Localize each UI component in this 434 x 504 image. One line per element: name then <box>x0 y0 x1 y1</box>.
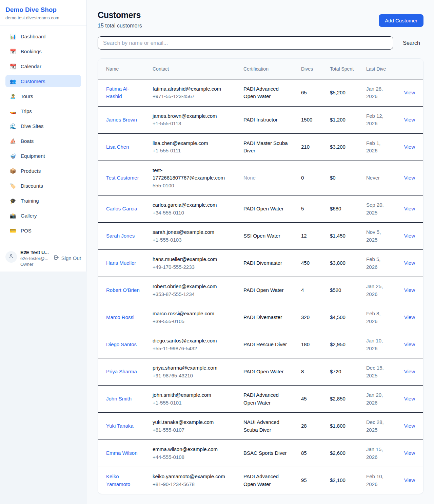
sidebar: Demo Dive Shop demo.test.divestreams.com… <box>0 0 87 272</box>
customer-name-link[interactable]: Test Customer <box>106 174 139 182</box>
customer-email: marco.rossi@example.com <box>153 310 233 318</box>
boats-icon: ⛵ <box>9 138 16 144</box>
view-link[interactable]: View <box>404 287 415 293</box>
customer-certification: PADI Open Water <box>238 195 296 223</box>
view-link[interactable]: View <box>404 117 415 123</box>
customer-total-spent: $1,200 <box>324 106 361 133</box>
customer-dives: 5 <box>296 195 324 223</box>
customer-name-link[interactable]: Lisa Chen <box>106 143 129 151</box>
customer-name-link[interactable]: John Smith <box>106 395 132 403</box>
view-link[interactable]: View <box>404 233 415 239</box>
logout-icon <box>53 255 59 261</box>
column-header: Certification <box>238 59 296 79</box>
sidebar-item-dive-sites[interactable]: 🌊Dive Sites <box>5 120 81 132</box>
customer-contact-cell: hans.mueller@example.com +49-170-555-223… <box>147 250 238 277</box>
sidebar-item-discounts[interactable]: 🏷️Discounts <box>5 180 81 192</box>
customer-name-link[interactable]: Keiko Yamamoto <box>106 473 142 488</box>
customer-contact-cell: fatima.alrashid@example.com +971-55-123-… <box>147 79 238 106</box>
sidebar-item-dashboard[interactable]: 📊Dashboard <box>5 30 81 42</box>
sidebar-item-boats[interactable]: ⛵Boats <box>5 135 81 147</box>
customer-phone: +1-555-0113 <box>153 120 233 128</box>
customer-name-link[interactable]: Yuki Tanaka <box>106 422 134 430</box>
pos-icon: 💳 <box>9 228 16 233</box>
customer-total-spent: $1,800 <box>324 413 361 440</box>
customer-name-link[interactable]: Fatima Al-Rashid <box>106 85 142 100</box>
sidebar-item-training[interactable]: 🎓Training <box>5 194 81 207</box>
sidebar-item-tours[interactable]: 🏝️Tours <box>5 90 81 102</box>
avatar <box>5 251 17 263</box>
sign-out-button[interactable]: Sign Out <box>53 255 81 261</box>
customer-contact-cell: test-1772681807767@example.com 555-0100 <box>147 161 238 195</box>
customer-contact-cell: diego.santos@example.com +55-11-99876-54… <box>147 331 238 358</box>
customer-contact-cell: lisa.chen@example.com +1-555-0111 <box>147 133 238 161</box>
user-role: Owner <box>20 262 49 267</box>
customer-total-spent: $720 <box>324 358 361 386</box>
customer-total-spent: $2,950 <box>324 331 361 358</box>
sidebar-item-bookings[interactable]: 📅Bookings <box>5 45 81 57</box>
sidebar-item-pos[interactable]: 💳POS <box>5 224 81 237</box>
sidebar-item-label: Bookings <box>21 49 42 54</box>
sidebar-item-customers[interactable]: 👥Customers <box>5 75 81 87</box>
customer-name-link[interactable]: Carlos Garcia <box>106 205 137 213</box>
customer-last-dive: Dec 15, 2025 <box>361 358 397 386</box>
customer-name-link[interactable]: Priya Sharma <box>106 368 137 376</box>
customer-contact-cell: robert.obrien@example.com +353-87-555-12… <box>147 277 238 304</box>
search-button[interactable]: Search <box>399 40 423 46</box>
customer-name-link[interactable]: Emma Wilson <box>106 449 138 457</box>
discounts-icon: 🏷️ <box>9 183 16 188</box>
customer-last-dive: Never <box>361 161 397 195</box>
sidebar-user-footer: E2E Test U... e2e-tester@... Owner Sign … <box>0 245 86 272</box>
customer-last-dive: Feb 5, 2026 <box>361 250 397 277</box>
customer-phone: +34-555-0110 <box>153 209 233 217</box>
sidebar-item-calendar[interactable]: 📆Calendar <box>5 60 81 72</box>
sidebar-item-trips[interactable]: 🚤Trips <box>5 105 81 117</box>
customer-phone: +49-170-555-2233 <box>153 263 233 271</box>
sidebar-item-equipment[interactable]: 🤿Equipment <box>5 150 81 162</box>
view-link[interactable]: View <box>404 341 415 347</box>
customer-phone: +39-555-0105 <box>153 318 233 325</box>
customer-contact-cell: carlos.garcia@example.com +34-555-0110 <box>147 195 238 223</box>
view-link[interactable]: View <box>404 477 415 483</box>
customer-last-dive: Nov 5, 2025 <box>361 223 397 250</box>
customer-name-link[interactable]: Marco Rossi <box>106 314 134 321</box>
view-link[interactable]: View <box>404 206 415 211</box>
customer-dives: 95 <box>296 467 324 494</box>
sidebar-item-products[interactable]: 📦Products <box>5 165 81 177</box>
table-row: Yuki Tanaka yuki.tanaka@example.com +81-… <box>98 413 423 440</box>
customer-email: hans.mueller@example.com <box>153 256 233 263</box>
view-link[interactable]: View <box>404 314 415 320</box>
search-input[interactable] <box>98 36 393 50</box>
view-link[interactable]: View <box>404 369 415 374</box>
customer-name-link[interactable]: Hans Mueller <box>106 259 136 267</box>
customer-total-spent: $3,200 <box>324 133 361 161</box>
customer-total-spent: $2,100 <box>324 467 361 494</box>
user-icon <box>8 253 14 261</box>
customer-email: diego.santos@example.com <box>153 337 233 345</box>
customer-last-dive: Sep 20, 2025 <box>361 195 397 223</box>
table-row: James Brown james.brown@example.com +1-5… <box>98 106 423 133</box>
customer-name-link[interactable]: Robert O'Brien <box>106 286 140 294</box>
table-row: Priya Sharma priya.sharma@example.com +9… <box>98 358 423 386</box>
view-link[interactable]: View <box>404 423 415 429</box>
customer-name-link[interactable]: James Brown <box>106 116 137 124</box>
customer-last-dive: Dec 28, 2025 <box>361 413 397 440</box>
view-link[interactable]: View <box>404 90 415 95</box>
customer-email: james.brown@example.com <box>153 112 233 120</box>
customer-dives: 1500 <box>296 106 324 133</box>
customer-email: keiko.yamamoto@example.com <box>153 473 233 481</box>
customer-email: test-1772681807767@example.com <box>153 167 233 182</box>
customer-phone: +1-555-0103 <box>153 236 233 244</box>
view-link[interactable]: View <box>404 450 415 456</box>
customer-name-link[interactable]: Sarah Jones <box>106 232 135 240</box>
view-link[interactable]: View <box>404 144 415 150</box>
customer-total-spent: $2,850 <box>324 386 361 413</box>
view-link[interactable]: View <box>404 396 415 402</box>
add-customer-button[interactable]: Add Customer <box>379 14 423 27</box>
column-header: Last Dive <box>361 59 397 79</box>
view-link[interactable]: View <box>404 260 415 266</box>
sidebar-item-gallery[interactable]: 📸Gallery <box>5 209 81 222</box>
customer-last-dive: Feb 10, 2026 <box>361 467 397 494</box>
view-link[interactable]: View <box>404 175 415 181</box>
customer-name-link[interactable]: Diego Santos <box>106 341 137 349</box>
customer-contact-cell: james.brown@example.com +1-555-0113 <box>147 106 238 133</box>
